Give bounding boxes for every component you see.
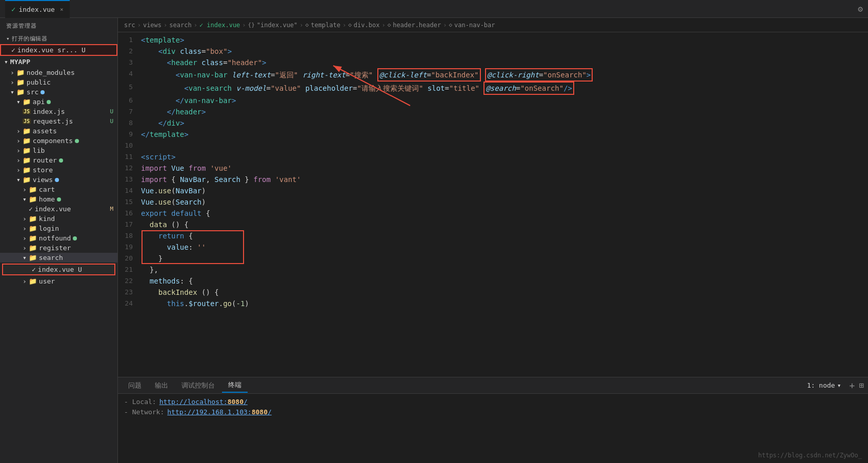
folder-icon: 📁	[29, 225, 37, 232]
code-line-11: 11 <script>	[118, 151, 868, 163]
code-line-1: 1 <template>	[118, 34, 868, 46]
folder-icon: 📁	[16, 69, 25, 76]
status-dot	[41, 90, 45, 94]
code-line-12: 12 import Vue from 'vue'	[118, 163, 868, 174]
sidebar-item-request-js[interactable]: JS request.js U	[0, 116, 117, 126]
tab-label: index.vue	[18, 6, 54, 13]
sidebar-item-public[interactable]: › 📁 public	[0, 77, 117, 87]
folder-icon: 📁	[29, 186, 37, 193]
title-bar: ✓ index.vue × ⚙	[0, 0, 868, 18]
chevron-icon: ›	[23, 277, 27, 285]
terminal-tab-output[interactable]: 输出	[149, 379, 174, 392]
sidebar-item-components[interactable]: › 📁 components	[0, 136, 117, 146]
chevron-icon: ›	[23, 186, 27, 193]
chevron-icon: ›	[23, 234, 27, 242]
folder-icon: 📁	[23, 98, 31, 106]
myapp-title[interactable]: ▾ MYAPP	[0, 56, 117, 68]
terminal-actions: 1: node ▾ + ⊞	[397, 380, 864, 391]
sidebar-item-router[interactable]: › 📁 router	[0, 155, 117, 165]
sidebar-item-user[interactable]: › 📁 user	[0, 276, 117, 286]
vue-icon: ✓	[32, 266, 36, 273]
sidebar-item-store[interactable]: › 📁 store	[0, 165, 117, 175]
settings-icon[interactable]: ⚙	[858, 4, 863, 14]
status-dot	[57, 197, 61, 202]
watermark: https://blog.csdn.net/ZywOo_	[758, 452, 862, 459]
sidebar-item-home[interactable]: ▾ 📁 home	[0, 194, 117, 204]
sidebar-item-api[interactable]: ▾ 📁 api	[0, 97, 117, 107]
folder-icon: 📁	[29, 215, 37, 223]
sidebar-item-cart[interactable]: › 📁 cart	[0, 185, 117, 194]
open-file-item[interactable]: ✓ index.vue sr... U	[0, 44, 117, 56]
sidebar-item-assets[interactable]: › 📁 assets	[0, 126, 117, 136]
code-line-18: 18 return {	[118, 230, 868, 241]
terminal-tab-terminal[interactable]: 终端	[222, 378, 248, 393]
editor-tab[interactable]: ✓ index.vue ×	[5, 0, 70, 18]
sidebar-item-search[interactable]: ▾ 📁 search	[0, 253, 117, 263]
chevron-icon: ›	[16, 147, 21, 154]
code-line-22: 22 methods: {	[118, 275, 868, 287]
code-line-17: 17 data () {	[118, 219, 868, 230]
folder-icon: 📁	[29, 195, 37, 203]
folder-icon: 📁	[23, 156, 31, 164]
chevron-icon: ▾	[10, 88, 14, 96]
js-icon: JS	[23, 118, 31, 124]
code-line-6: 6 </van-nav-bar>	[118, 95, 868, 106]
code-line-9: 9 </template>	[118, 129, 868, 140]
status-dot	[73, 236, 77, 240]
terminal-tab-debug[interactable]: 调试控制台	[175, 379, 221, 392]
sidebar-item-home-index-vue[interactable]: ✓ index.vue M	[0, 204, 117, 214]
add-terminal-button[interactable]: +	[850, 380, 855, 391]
sidebar-item-views[interactable]: ▾ 📁 views	[0, 175, 117, 185]
sidebar-item-notfound[interactable]: › 📁 notfound	[0, 233, 117, 243]
open-file-label: index.vue sr... U	[17, 46, 86, 54]
folder-icon: 📁	[23, 137, 31, 145]
chevron-icon: ›	[23, 215, 27, 223]
chevron-icon: ›	[16, 156, 21, 164]
code-line-13: 13 import { NavBar, Search } from 'vant'	[118, 174, 868, 185]
code-editor[interactable]: 1 <template> 2 <div class="box"> 3 <head…	[118, 32, 868, 377]
code-line-15: 15 Vue.use(Search)	[118, 196, 868, 208]
js-icon: JS	[23, 109, 31, 114]
code-line-5: 5 <van-search v-model="value" placeholde…	[118, 82, 868, 95]
sidebar-item-node-modules[interactable]: › 📁 node_modules	[0, 68, 117, 77]
code-line-24: 24 this.$router.go(-1)	[118, 298, 868, 309]
chevron-icon: ›	[16, 137, 21, 145]
folder-icon: 📁	[29, 254, 37, 261]
chevron-down-icon: ▾	[6, 35, 10, 42]
chevron-icon: ▾	[16, 98, 21, 106]
status-dot	[47, 100, 51, 104]
split-terminal-button[interactable]: ⊞	[859, 380, 864, 390]
folder-icon: 📁	[16, 88, 25, 96]
folder-icon: 📁	[23, 176, 31, 184]
code-line-16: 16 export default {	[118, 208, 868, 219]
code-line-7: 7 </header>	[118, 106, 868, 117]
open-editors-title: ▾ 打开的编辑器	[0, 32, 117, 44]
sidebar-item-index-js[interactable]: JS index.js U	[0, 107, 117, 116]
vue-file-icon: ✓	[11, 46, 15, 54]
terminal-content: - Local: http://localhost:8080/ - Networ…	[118, 394, 868, 463]
sidebar-item-src[interactable]: ▾ 📁 src	[0, 87, 117, 97]
code-line-8: 8 </div>	[118, 117, 868, 129]
folder-icon: 📁	[29, 234, 37, 242]
breadcrumb: src › views › search › ✓ index.vue › {} …	[118, 18, 868, 32]
status-dot	[55, 178, 59, 182]
sidebar-item-kind[interactable]: › 📁 kind	[0, 214, 117, 224]
tab-close-button[interactable]: ×	[60, 6, 64, 13]
sidebar-item-lib[interactable]: › 📁 lib	[0, 146, 117, 155]
chevron-icon: ▾	[4, 58, 8, 66]
sidebar-item-register[interactable]: › 📁 register	[0, 243, 117, 253]
sidebar: 资源管理器 ▾ 打开的编辑器 ✓ index.vue sr... U ▾ MYA…	[0, 18, 118, 463]
vue-icon: ✓	[11, 5, 15, 13]
code-line-10: 10	[118, 140, 868, 151]
terminal-tab-problems[interactable]: 问题	[122, 379, 148, 392]
content-area: src › views › search › ✓ index.vue › {} …	[118, 18, 868, 463]
sidebar-item-login[interactable]: › 📁 login	[0, 224, 117, 233]
folder-icon: 📁	[23, 166, 31, 174]
code-line-14: 14 Vue.use(NavBar)	[118, 185, 868, 196]
code-line-2: 2 <div class="box">	[118, 46, 868, 57]
sidebar-item-search-index-vue[interactable]: ✓ index.vue U	[3, 265, 114, 274]
vue-icon: ✓	[29, 205, 33, 213]
status-dot	[59, 158, 63, 163]
folder-icon: 📁	[23, 147, 31, 154]
code-line-20: 20 }	[118, 253, 868, 264]
